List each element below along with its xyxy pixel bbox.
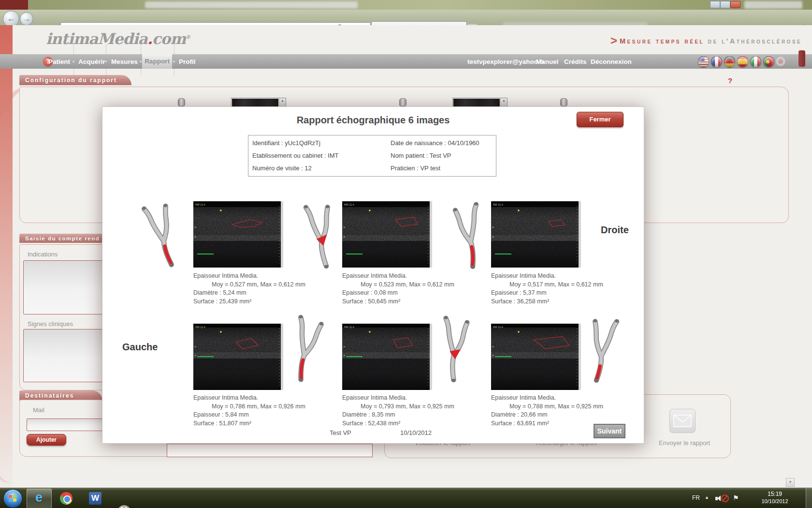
report-footer-date: 10/10/2012 xyxy=(400,429,432,436)
measurement-moy: Moy = 0,523 mm, Max = 0,612 mm xyxy=(342,281,454,289)
forward-button[interactable]: → xyxy=(20,12,33,26)
measurement-dimension: Diamètre : 5,24 mm xyxy=(193,289,305,298)
measurement-block: Epaisseur Intima Media. Moy = 0,517 mm, … xyxy=(491,272,603,306)
mail-input[interactable] xyxy=(27,418,105,431)
divider xyxy=(73,69,74,75)
measurement-title: Epaisseur Intima Media. xyxy=(342,394,454,403)
nav-separator: • xyxy=(105,59,107,65)
measurement-moy: Moy = 0,788 mm, Max = 0,925 mm xyxy=(491,403,603,411)
divider xyxy=(141,69,141,75)
patient-visite: Numéro de visite : 12 xyxy=(252,164,312,172)
nav-link-deconnexion[interactable]: Déconnexion xyxy=(591,58,632,65)
language-indicator[interactable]: FR xyxy=(692,494,700,501)
svg-text:P6F 21-4: P6F 21-4 xyxy=(195,326,205,329)
nav-item-patient[interactable]: Patient xyxy=(48,58,70,65)
measurement-surface: Surface : 36,258 mm² xyxy=(491,298,603,306)
divider xyxy=(174,44,174,54)
measurement-moy: Moy = 0,527 mm, Max = 0,612 mm xyxy=(193,281,305,289)
taskbar-ie-button[interactable]: e xyxy=(27,489,52,508)
ultrasound-image: P6F 21-4 >> xyxy=(193,201,283,268)
image-select-dropdown[interactable]: ▲ xyxy=(452,98,508,107)
taskbar-browser-icon[interactable] xyxy=(60,492,72,505)
image-select-dropdown[interactable]: ▲ xyxy=(231,98,286,107)
measurement-surface: Surface : 52,438 mm² xyxy=(342,419,454,428)
ultrasound-image: P6F 21-4 >> xyxy=(193,324,283,390)
flag-italy-icon[interactable] xyxy=(750,56,761,67)
fermer-button[interactable]: Fermer xyxy=(577,112,624,127)
scroll-up-icon[interactable]: ▲ xyxy=(279,98,286,107)
flag-spain-icon[interactable] xyxy=(737,56,748,67)
indications-label: Indications xyxy=(28,251,58,258)
flag-us-icon[interactable] xyxy=(698,56,709,67)
maximize-button[interactable] xyxy=(720,1,730,8)
taskbar-clock[interactable]: 15:19 10/10/2012 xyxy=(754,491,796,505)
envoyer-rapport-button[interactable]: Envoyer le rapport xyxy=(659,439,710,447)
patient-identifiant: Identifiant : yUc1QdRzTj xyxy=(252,139,320,147)
scroll-down-button[interactable]: ▼ xyxy=(786,478,795,487)
artery-diagram xyxy=(450,199,490,271)
measurement-block: Epaisseur Intima Media. Moy = 0,786 mm, … xyxy=(193,394,305,428)
show-desktop-button[interactable] xyxy=(806,488,812,508)
artery-diagram xyxy=(284,312,327,385)
action-center-flag-icon[interactable]: ⚑ xyxy=(733,494,739,502)
svg-text:P6F 21-4: P6F 21-4 xyxy=(344,203,354,206)
nav-separator: • xyxy=(140,59,142,65)
scrollbar-thumb[interactable] xyxy=(798,50,805,67)
flag-faded-icon[interactable] xyxy=(776,57,785,66)
main-navigation: ? Patient • Acquérir • Mesures • Rapport… xyxy=(0,54,812,69)
suivant-button[interactable]: Suivant xyxy=(594,424,625,438)
svg-text:>: > xyxy=(492,345,494,348)
windows-flag-icon xyxy=(9,495,12,498)
site-logo[interactable]: intimaMedia.com® xyxy=(46,30,190,47)
nav-item-acquerir[interactable]: Acquérir xyxy=(78,58,105,65)
panel-help-icon[interactable]: ? xyxy=(728,76,732,85)
mail-label: Mail xyxy=(33,406,44,414)
minimize-button[interactable] xyxy=(710,1,720,8)
signes-cliniques-label: Signes cliniques xyxy=(28,320,73,328)
measurement-moy: Moy = 0,786 mm, Max = 0,926 mm xyxy=(193,403,305,411)
clock-time: 15:19 xyxy=(754,491,796,498)
back-button[interactable]: ← xyxy=(3,11,19,27)
ultrasound-image: P6F 21-4 >> xyxy=(342,324,432,390)
tray-expand-icon[interactable]: ▲ xyxy=(705,495,709,500)
scroll-down-icon: ▼ xyxy=(788,480,792,484)
flag-france-icon[interactable] xyxy=(711,56,722,67)
nav-separator: • xyxy=(173,59,175,65)
site-tagline: >Mesure temps réel de l'Athérosclérose xyxy=(610,34,802,47)
artery-diagram-top-fragment xyxy=(178,98,185,106)
taskbar-gimp-icon[interactable] xyxy=(118,505,130,508)
report-preview-box-fragment xyxy=(167,444,373,457)
nav-item-rapport-active[interactable]: Rapport xyxy=(142,54,172,69)
nav-item-mesures[interactable]: Mesures xyxy=(111,58,138,65)
volume-muted-icon[interactable] xyxy=(715,494,729,502)
taskbar-word-icon[interactable]: W xyxy=(89,492,102,505)
patient-nom: Nom patient : Test VP xyxy=(391,152,451,159)
nav-link-credits[interactable]: Crédits xyxy=(564,58,587,65)
measurement-dimension: Diamètre : 8,35 mm xyxy=(342,411,454,419)
ultrasound-image: P6F 21-4 >> xyxy=(491,324,581,390)
svg-text:>: > xyxy=(343,225,345,229)
measurement-surface: Surface : 63,691 mm² xyxy=(491,419,603,428)
measurement-dimension: Epaisseur : 0,08 mm xyxy=(342,289,454,298)
ultrasound-thumbnail xyxy=(453,99,500,106)
close-window-button[interactable] xyxy=(730,1,740,8)
scroll-up-icon[interactable]: ▲ xyxy=(500,98,507,107)
envoyer-rapport-icon-button[interactable] xyxy=(669,409,696,433)
measurement-title: Epaisseur Intima Media. xyxy=(491,272,603,281)
measurement-surface: Surface : 25,439 mm² xyxy=(193,298,305,306)
nav-item-profil[interactable]: Profil xyxy=(179,58,196,65)
measurement-moy: Moy = 0,517 mm, Max = 0,612 mm xyxy=(491,281,603,289)
artery-diagram xyxy=(581,313,623,386)
start-button[interactable] xyxy=(3,489,22,508)
nav-link-manuel[interactable]: Manuel xyxy=(536,58,559,65)
gauche-label: Gauche xyxy=(122,342,158,353)
ajouter-button[interactable]: Ajouter xyxy=(27,434,66,446)
signes-cliniques-textarea[interactable] xyxy=(23,329,104,382)
artery-diagram xyxy=(436,313,472,383)
ie-icon: e xyxy=(35,490,43,505)
indications-textarea[interactable] xyxy=(23,260,104,314)
flag-portugal-icon[interactable] xyxy=(763,56,774,67)
flag-germany-icon[interactable] xyxy=(724,56,735,67)
divider xyxy=(106,44,106,54)
svg-text:>: > xyxy=(343,235,345,239)
